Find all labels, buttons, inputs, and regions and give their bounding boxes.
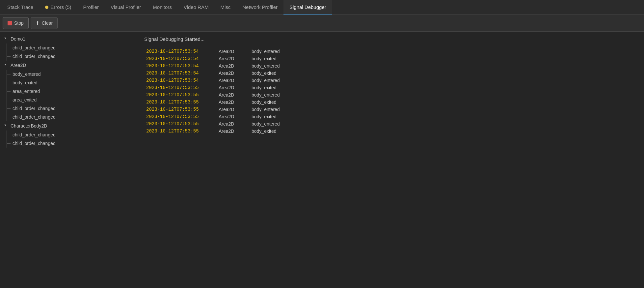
clear-button[interactable]: ⬆ Clear xyxy=(31,17,58,29)
log-entry-row: 2023-10-12T07:53:55Area2Dbody_entered xyxy=(144,120,638,128)
log-entry-row: 2023-10-12T07:53:55Area2Dbody_exited xyxy=(144,84,638,91)
tab-label: Misc xyxy=(220,4,230,10)
tree-item[interactable]: child_order_changed xyxy=(0,113,138,121)
log-timestamp: 2023-10-12T07:53:55 xyxy=(144,120,217,128)
tree-item[interactable]: body_entered xyxy=(0,70,138,78)
log-node: Area2D xyxy=(217,77,250,84)
log-node: Area2D xyxy=(217,106,250,113)
log-timestamp: 2023-10-12T07:53:55 xyxy=(144,106,217,113)
tree-item[interactable]: child_order_changed xyxy=(0,104,138,113)
log-panel[interactable]: Signal Debugging Started... 2023-10-12T0… xyxy=(138,32,644,288)
tab-label: Errors (5) xyxy=(50,4,71,10)
tree-item-label: child_order_changed xyxy=(13,141,56,146)
log-node: Area2D xyxy=(217,91,250,99)
log-signal: body_exited xyxy=(250,113,638,120)
tree-item-label: child_order_changed xyxy=(13,106,56,111)
tree-item[interactable]: child_order_changed xyxy=(0,43,138,52)
log-signal: body_exited xyxy=(250,99,638,106)
log-timestamp: 2023-10-12T07:53:55 xyxy=(144,128,217,135)
tree-item-label: child_order_changed xyxy=(13,54,56,59)
log-timestamp: 2023-10-12T07:53:55 xyxy=(144,91,217,99)
tab-misc[interactable]: Misc xyxy=(214,0,236,14)
tree-group-area2d[interactable]: Area2D xyxy=(0,61,138,70)
log-entry-row: 2023-10-12T07:53:54Area2Dbody_entered xyxy=(144,62,638,70)
tab-label: Network Profiler xyxy=(242,4,278,10)
tree-item-label: child_order_changed xyxy=(13,132,56,137)
log-signal: body_entered xyxy=(250,62,638,70)
log-entry-row: 2023-10-12T07:53:55Area2Dbody_entered xyxy=(144,106,638,113)
tree-item[interactable]: child_order_changed xyxy=(0,52,138,61)
log-timestamp: 2023-10-12T07:53:55 xyxy=(144,113,217,120)
log-table: 2023-10-12T07:53:54Area2Dbody_entered202… xyxy=(144,48,638,135)
log-signal: body_entered xyxy=(250,106,638,113)
log-entry-row: 2023-10-12T07:53:54Area2Dbody_exited xyxy=(144,55,638,62)
log-entry-row: 2023-10-12T07:53:55Area2Dbody_exited xyxy=(144,99,638,106)
log-timestamp: 2023-10-12T07:53:54 xyxy=(144,70,217,77)
tree-group-label: Area2D xyxy=(11,63,26,68)
tab-label: Profiler xyxy=(83,4,99,10)
log-timestamp: 2023-10-12T07:53:54 xyxy=(144,55,217,62)
log-entry-row: 2023-10-12T07:53:54Area2Dbody_entered xyxy=(144,77,638,84)
log-started-text: Signal Debugging Started... xyxy=(144,36,638,42)
stop-button[interactable]: Stop xyxy=(3,17,29,29)
log-signal: body_exited xyxy=(250,55,638,62)
log-timestamp: 2023-10-12T07:53:54 xyxy=(144,62,217,70)
tab-profiler[interactable]: Profiler xyxy=(77,0,105,14)
tab-label: Stack Trace xyxy=(7,4,33,10)
log-node: Area2D xyxy=(217,55,250,62)
tree-group-characterbody2d[interactable]: CharacterBody2D xyxy=(0,121,138,130)
tree-item[interactable]: area_exited xyxy=(0,96,138,104)
log-entry-row: 2023-10-12T07:53:55Area2Dbody_entered xyxy=(144,91,638,99)
tree-item-label: area_entered xyxy=(13,89,40,94)
tab-stack-trace[interactable]: Stack Trace xyxy=(1,0,39,14)
tree-item[interactable]: child_order_changed xyxy=(0,139,138,148)
tree-item-label: body_entered xyxy=(13,72,41,77)
tab-network-profiler[interactable]: Network Profiler xyxy=(236,0,283,14)
tab-visual-profiler[interactable]: Visual Profiler xyxy=(105,0,147,14)
log-node: Area2D xyxy=(217,120,250,128)
tree-item[interactable]: area_entered xyxy=(0,87,138,96)
chevron-down-icon xyxy=(4,124,8,128)
log-entry-row: 2023-10-12T07:53:54Area2Dbody_entered xyxy=(144,48,638,55)
toolbar: Stop ⬆ Clear xyxy=(0,14,644,32)
log-signal: body_entered xyxy=(250,77,638,84)
log-signal: body_entered xyxy=(250,120,638,128)
log-signal: body_entered xyxy=(250,48,638,55)
tab-signal-debugger[interactable]: Signal Debugger xyxy=(283,0,332,14)
tab-bar: Stack TraceErrors (5)ProfilerVisual Prof… xyxy=(0,0,644,14)
tree-panel[interactable]: Demo1child_order_changedchild_order_chan… xyxy=(0,32,138,288)
stop-icon xyxy=(8,21,12,25)
log-node: Area2D xyxy=(217,99,250,106)
chevron-down-icon xyxy=(4,63,8,67)
log-signal: body_exited xyxy=(250,84,638,91)
log-timestamp: 2023-10-12T07:53:55 xyxy=(144,84,217,91)
log-entry-row: 2023-10-12T07:53:54Area2Dbody_exited xyxy=(144,70,638,77)
clear-icon: ⬆ xyxy=(36,20,40,26)
log-entry-row: 2023-10-12T07:53:55Area2Dbody_exited xyxy=(144,113,638,120)
tree-item-label: area_exited xyxy=(13,97,37,102)
log-signal: body_exited xyxy=(250,70,638,77)
main-content: Demo1child_order_changedchild_order_chan… xyxy=(0,32,644,288)
log-timestamp: 2023-10-12T07:53:54 xyxy=(144,48,217,55)
tree-item[interactable]: child_order_changed xyxy=(0,130,138,139)
log-node: Area2D xyxy=(217,70,250,77)
tree-group-demo1[interactable]: Demo1 xyxy=(0,34,138,43)
tree-item-label: child_order_changed xyxy=(13,45,56,50)
log-signal: body_entered xyxy=(250,91,638,99)
tree-item-label: child_order_changed xyxy=(13,114,56,120)
tab-label: Video RAM xyxy=(184,4,209,10)
tab-label: Signal Debugger xyxy=(289,4,326,10)
tab-label: Visual Profiler xyxy=(111,4,141,10)
log-node: Area2D xyxy=(217,84,250,91)
log-node: Area2D xyxy=(217,113,250,120)
chevron-down-icon xyxy=(4,37,8,41)
log-timestamp: 2023-10-12T07:53:55 xyxy=(144,99,217,106)
tab-monitors[interactable]: Monitors xyxy=(147,0,178,14)
tab-errors[interactable]: Errors (5) xyxy=(39,0,77,14)
tree-item[interactable]: body_exited xyxy=(0,78,138,87)
tree-group-label: Demo1 xyxy=(11,36,25,42)
error-dot-icon xyxy=(45,6,48,9)
log-signal: body_exited xyxy=(250,128,638,135)
tab-label: Monitors xyxy=(153,4,172,10)
tab-video-ram[interactable]: Video RAM xyxy=(178,0,215,14)
